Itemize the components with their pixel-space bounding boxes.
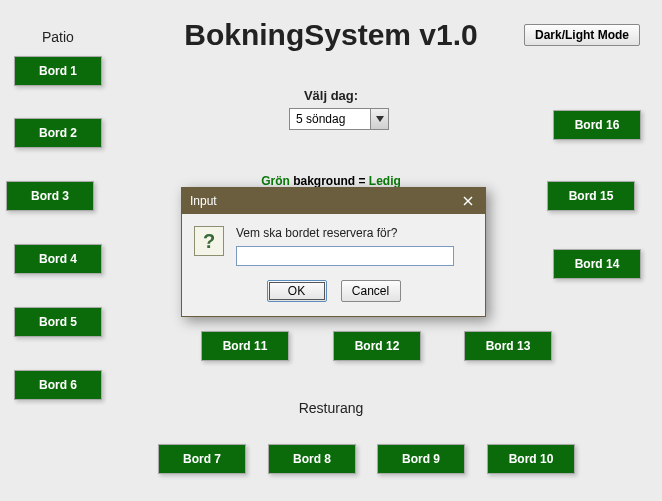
chevron-down-icon xyxy=(370,109,388,129)
table-bord-13[interactable]: Bord 13 xyxy=(464,331,552,361)
table-bord-2[interactable]: Bord 2 xyxy=(14,118,102,148)
dialog-title-text: Input xyxy=(190,194,217,208)
table-bord-5[interactable]: Bord 5 xyxy=(14,307,102,337)
legend-text: Grön bakground = Ledig xyxy=(0,174,662,188)
question-icon: ? xyxy=(194,226,224,256)
dialog-prompt: Vem ska bordet reservera för? xyxy=(236,226,454,240)
patio-section-label: Patio xyxy=(42,29,74,45)
table-bord-14[interactable]: Bord 14 xyxy=(553,249,641,279)
resturang-section-label: Resturang xyxy=(0,400,662,416)
table-bord-16[interactable]: Bord 16 xyxy=(553,110,641,140)
close-icon[interactable] xyxy=(459,192,477,210)
cancel-button[interactable]: Cancel xyxy=(341,280,401,302)
table-bord-11[interactable]: Bord 11 xyxy=(201,331,289,361)
day-select[interactable]: 5 söndag xyxy=(289,108,389,130)
reservation-name-input[interactable] xyxy=(236,246,454,266)
table-bord-6[interactable]: Bord 6 xyxy=(14,370,102,400)
day-select-value: 5 söndag xyxy=(290,112,370,126)
dark-light-toggle[interactable]: Dark/Light Mode xyxy=(524,24,640,46)
table-bord-4[interactable]: Bord 4 xyxy=(14,244,102,274)
table-bord-7[interactable]: Bord 7 xyxy=(158,444,246,474)
ok-button[interactable]: OK xyxy=(267,280,327,302)
table-bord-9[interactable]: Bord 9 xyxy=(377,444,465,474)
day-label: Välj dag: xyxy=(0,88,662,103)
table-bord-8[interactable]: Bord 8 xyxy=(268,444,356,474)
table-bord-1[interactable]: Bord 1 xyxy=(14,56,102,86)
dialog-titlebar: Input xyxy=(182,188,485,214)
input-dialog: Input ? Vem ska bordet reservera för? OK… xyxy=(181,187,486,317)
table-bord-10[interactable]: Bord 10 xyxy=(487,444,575,474)
table-bord-12[interactable]: Bord 12 xyxy=(333,331,421,361)
